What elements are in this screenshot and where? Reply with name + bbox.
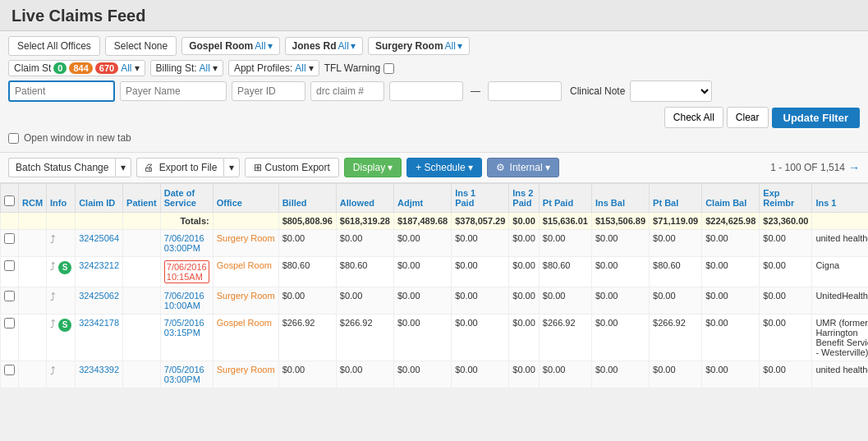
schedule-arrow-icon: ▾ bbox=[468, 162, 473, 173]
drc-claim-input[interactable] bbox=[310, 81, 384, 101]
billing-status-group[interactable]: Billing St: All ▾ bbox=[150, 60, 223, 76]
col-info[interactable]: Info bbox=[47, 184, 76, 213]
row-checkbox[interactable] bbox=[4, 260, 15, 271]
row-checkbox[interactable] bbox=[4, 365, 15, 375]
claimbal-cell: $0.00 bbox=[702, 287, 760, 315]
col-pt-bal[interactable]: Pt Bal bbox=[650, 184, 702, 213]
select-all-offices-button[interactable]: Select All Offices bbox=[8, 36, 100, 56]
custom-export-button[interactable]: ⊞ Custom Export bbox=[245, 158, 338, 177]
date-cell-container: 7/06/201603:00PM bbox=[160, 230, 213, 257]
col-ins1-paid[interactable]: Ins 1Paid bbox=[452, 184, 509, 213]
date-to-input[interactable]: 07/06/2016 bbox=[488, 81, 562, 101]
row-checkbox[interactable] bbox=[4, 291, 15, 301]
claim-id-link[interactable]: 32425064 bbox=[79, 233, 119, 243]
col-ins2-paid[interactable]: Ins 2Paid bbox=[509, 184, 540, 213]
col-exp-reimbr[interactable]: ExpReimbr bbox=[760, 184, 812, 213]
gear-icon: ⚙ bbox=[496, 162, 505, 173]
jones-rd-filter[interactable]: Jones Rd All ▾ bbox=[285, 37, 363, 55]
claim-id-link[interactable]: 32425062 bbox=[79, 291, 119, 301]
date-cell-container: 7/05/201603:00PM bbox=[160, 361, 213, 388]
col-billed[interactable]: Billed bbox=[278, 184, 336, 213]
col-office[interactable]: Office bbox=[213, 184, 278, 213]
col-pt-paid[interactable]: Pt Paid bbox=[539, 184, 591, 213]
ins1paid-cell: $0.00 bbox=[452, 230, 509, 257]
row-checkbox[interactable] bbox=[4, 233, 15, 244]
internal-button[interactable]: ⚙ Internal ▾ bbox=[487, 158, 559, 177]
col-date-of-service[interactable]: Date ofService bbox=[160, 184, 213, 213]
claim-id-link[interactable]: 32343392 bbox=[79, 365, 119, 374]
date-from-input[interactable]: 07/06/2015 bbox=[389, 81, 463, 101]
row-checkbox-cell bbox=[1, 287, 19, 315]
payer-id-input[interactable] bbox=[232, 81, 305, 101]
toolbar-area: Select All Offices Select None Gospel Ro… bbox=[0, 31, 868, 153]
table-row: ⤴ S 32423212 7/06/201610:15AM Gospel Roo… bbox=[1, 257, 869, 287]
totals-adjmt: $187,489.68 bbox=[393, 213, 451, 230]
batch-status-change-arrow-icon[interactable]: ▾ bbox=[115, 158, 131, 177]
office-selector-row: Select All Offices Select None Gospel Ro… bbox=[8, 36, 860, 56]
share-icon[interactable]: ⤴ bbox=[50, 260, 56, 273]
col-rcm[interactable]: RCM bbox=[19, 184, 47, 213]
col-patient[interactable]: Patient bbox=[123, 184, 161, 213]
totals-ptbal: $71,119.09 bbox=[650, 213, 702, 230]
billed-cell: $0.00 bbox=[278, 287, 336, 315]
date-cell-container: 7/06/201610:15AM bbox=[160, 257, 213, 287]
totals-label-cell: Totals: bbox=[160, 213, 213, 230]
select-all-checkbox[interactable] bbox=[4, 195, 15, 206]
date-dash: — bbox=[471, 85, 480, 97]
expreimbr-cell: $0.00 bbox=[760, 287, 812, 315]
claim-status-group[interactable]: Claim St 0 844 670 All ▾ bbox=[8, 60, 145, 76]
schedule-button[interactable]: + Schedule ▾ bbox=[406, 158, 481, 177]
ins1paid-cell: $0.00 bbox=[452, 257, 509, 287]
share-icon[interactable]: ⤴ bbox=[50, 233, 56, 246]
payer-name-input[interactable] bbox=[120, 81, 227, 101]
tfl-warning-checkbox[interactable] bbox=[383, 63, 394, 74]
share-icon[interactable]: ⤴ bbox=[50, 291, 56, 303]
claim-id-cell: 32343392 bbox=[76, 361, 123, 388]
ptpaid-cell: $0.00 bbox=[539, 287, 591, 315]
export-to-file-button[interactable]: 🖨 Export to File ▾ bbox=[136, 158, 240, 177]
surgery-room-filter[interactable]: Surgery Room All ▾ bbox=[368, 37, 470, 55]
totals-ins2paid: $0.00 bbox=[509, 213, 540, 230]
row-checkbox[interactable] bbox=[4, 318, 15, 328]
rcm-cell bbox=[19, 315, 47, 361]
col-ins-bal[interactable]: Ins Bal bbox=[591, 184, 649, 213]
status-filter-row: Claim St 0 844 670 All ▾ Billing St: All… bbox=[8, 60, 860, 76]
share-icon[interactable]: ⤴ bbox=[50, 318, 56, 330]
row-checkbox-cell bbox=[1, 315, 19, 361]
check-all-button[interactable]: Check All bbox=[664, 107, 723, 128]
col-claim-id[interactable]: Claim ID bbox=[76, 184, 123, 213]
select-none-button[interactable]: Select None bbox=[105, 36, 177, 56]
col-claim-bal[interactable]: Claim Bal bbox=[702, 184, 760, 213]
col-ins1[interactable]: Ins 1 bbox=[812, 184, 868, 213]
col-checkbox bbox=[1, 184, 19, 213]
claim-id-link[interactable]: 32423212 bbox=[79, 260, 119, 270]
office-cell: Gospel Room bbox=[213, 315, 278, 361]
claimbal-cell: $0.00 bbox=[702, 361, 760, 388]
next-page-arrow-icon[interactable]: → bbox=[848, 161, 860, 174]
ins1paid-cell: $0.00 bbox=[452, 315, 509, 361]
col-adjmt[interactable]: Adjmt bbox=[393, 184, 451, 213]
gospel-room-filter[interactable]: Gospel Room All ▾ bbox=[181, 37, 279, 55]
clear-button[interactable]: Clear bbox=[727, 107, 769, 128]
office-cell: Surgery Room bbox=[213, 230, 278, 257]
share-icon[interactable]: ⤴ bbox=[50, 365, 56, 377]
appt-profiles-group[interactable]: Appt Profiles: All ▾ bbox=[228, 60, 319, 76]
date-cell-highlight: 7/06/201610:15AM bbox=[164, 260, 209, 283]
open-window-checkbox[interactable] bbox=[8, 133, 19, 144]
export-to-file-arrow-icon[interactable]: ▾ bbox=[223, 158, 240, 177]
batch-status-change-button[interactable]: Batch Status Change ▾ bbox=[8, 158, 131, 177]
claim-id-cell: 32425064 bbox=[76, 230, 123, 257]
clinical-note-select[interactable] bbox=[630, 80, 712, 102]
claim-id-cell: 32423212 bbox=[76, 257, 123, 287]
expreimbr-cell: $0.00 bbox=[760, 230, 812, 257]
col-allowed[interactable]: Allowed bbox=[336, 184, 393, 213]
batch-status-change-label[interactable]: Batch Status Change bbox=[8, 158, 115, 177]
open-window-row: Open window in new tab bbox=[8, 132, 860, 144]
claim-id-link[interactable]: 32342178 bbox=[79, 318, 119, 328]
jones-rd-arrow-icon: ▾ bbox=[351, 40, 356, 52]
display-button[interactable]: Display ▾ bbox=[344, 158, 402, 177]
totals-ins1 bbox=[812, 213, 868, 230]
totals-billed: $805,808.96 bbox=[278, 213, 336, 230]
update-filter-button[interactable]: Update Filter bbox=[772, 108, 860, 128]
patient-input[interactable] bbox=[8, 80, 115, 102]
